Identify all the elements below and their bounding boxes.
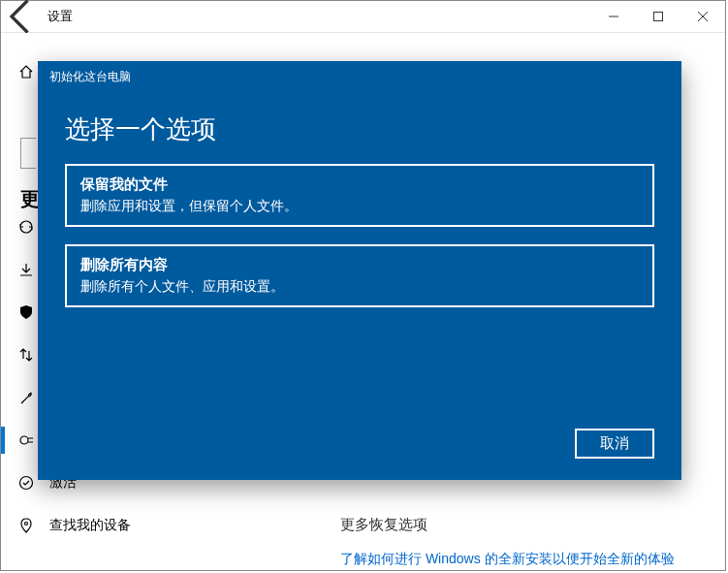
maximize-button[interactable] [636, 1, 681, 32]
cancel-button[interactable]: 取消 [575, 429, 654, 459]
search-input[interactable] [20, 138, 36, 169]
maximize-icon [653, 12, 663, 21]
svg-point-1 [20, 436, 28, 444]
window-title: 设置 [47, 8, 73, 25]
dialog-options: 保留我的文件 删除应用和设置，但保留个人文件。 删除所有内容 删除所有个人文件、… [38, 164, 681, 307]
location-icon [18, 518, 34, 533]
wrench-icon [18, 390, 34, 405]
reset-pc-dialog: 初始化这台电脑 选择一个选项 保留我的文件 删除应用和设置，但保留个人文件。 删… [38, 61, 681, 480]
svg-point-3 [25, 523, 28, 525]
recovery-icon [18, 432, 34, 448]
close-icon [698, 12, 708, 21]
download-icon [18, 262, 34, 277]
more-recovery-heading: 更多恢复选项 [340, 516, 427, 534]
sync-icon [18, 219, 34, 235]
sidebar-item-findmydevice[interactable]: 查找我的设备 [1, 504, 331, 547]
window-controls [591, 1, 725, 32]
option-title: 删除所有内容 [80, 256, 639, 274]
back-button[interactable] [1, 1, 44, 32]
settings-window: 设置 更 [0, 0, 726, 571]
updown-icon [18, 347, 34, 363]
option-title: 保留我的文件 [80, 175, 639, 194]
sidebar-item-label: 查找我的设备 [49, 517, 131, 534]
home-icon [18, 64, 34, 80]
fresh-install-link[interactable]: 了解如何进行 Windows 的全新安装以便开始全新的体验 [340, 551, 675, 568]
titlebar: 设置 [1, 1, 725, 32]
shield-icon [18, 304, 34, 320]
svg-point-2 [20, 477, 33, 490]
check-circle-icon [18, 475, 34, 491]
option-keep-files[interactable]: 保留我的文件 删除应用和设置，但保留个人文件。 [65, 164, 654, 227]
dialog-footer: 取消 [575, 429, 654, 459]
section-heading-partial: 更 [20, 186, 40, 212]
option-desc: 删除所有个人文件、应用和设置。 [80, 278, 639, 296]
option-desc: 删除应用和设置，但保留个人文件。 [80, 198, 639, 215]
minimize-button[interactable] [591, 1, 636, 32]
option-remove-everything[interactable]: 删除所有内容 删除所有个人文件、应用和设置。 [65, 244, 654, 307]
minimize-icon [609, 12, 618, 21]
dialog-heading: 选择一个选项 [38, 85, 681, 164]
dialog-title: 初始化这台电脑 [38, 61, 681, 85]
close-button[interactable] [681, 1, 725, 32]
svg-rect-0 [654, 13, 663, 21]
